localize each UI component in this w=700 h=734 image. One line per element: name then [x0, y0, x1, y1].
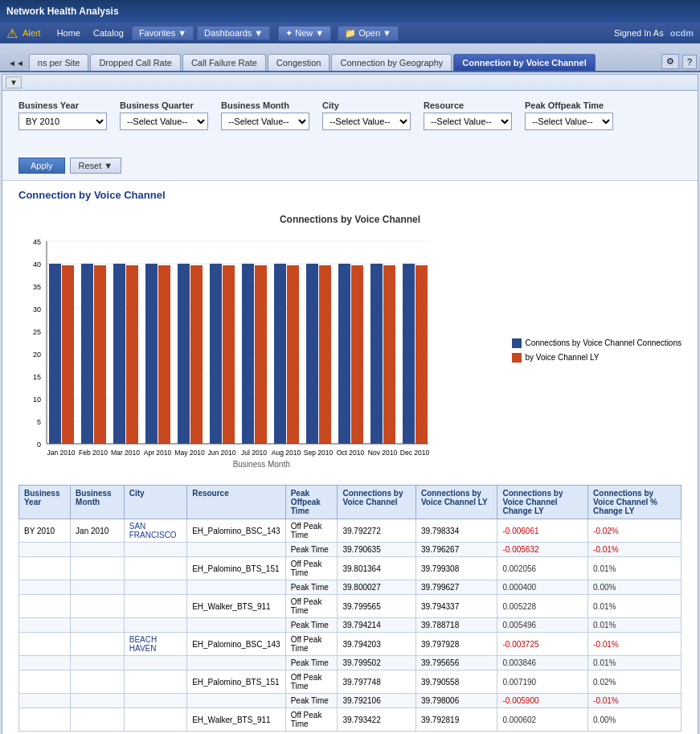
- cell-month: [71, 595, 125, 618]
- th-peak-offpeak: Peak Offpeak Time: [285, 486, 338, 519]
- cell-peak: Off Peak Time: [285, 595, 338, 618]
- nav-catalog[interactable]: Catalog: [88, 27, 129, 39]
- cell-peak: Off Peak Time: [285, 633, 338, 656]
- cell-change: 0.000400: [497, 580, 588, 595]
- table-row: Peak Time 39.799502 39.795656 0.003846 0…: [19, 656, 682, 670]
- tab-settings-icon[interactable]: ⚙: [661, 54, 679, 69]
- cell-resource: [187, 694, 286, 708]
- th-change-ly: Connections by Voice Channel Change LY: [497, 486, 588, 519]
- open-label: Open: [358, 28, 380, 38]
- section-title: Connection by Voice Channel: [2, 181, 698, 206]
- cell-city: [124, 618, 186, 633]
- cell-resource: EH_Palomino_BSC_143: [187, 519, 286, 543]
- cell-resource: EH_Palomino_BTS_151: [187, 670, 286, 694]
- cell-city: [124, 656, 186, 670]
- svg-text:20: 20: [33, 351, 41, 359]
- svg-text:Nov 2010: Nov 2010: [368, 449, 398, 457]
- svg-rect-34: [274, 264, 286, 444]
- business-quarter-label: Business Quarter: [120, 100, 208, 110]
- svg-rect-43: [415, 265, 428, 444]
- business-year-label: Business Year: [18, 100, 107, 110]
- tab-connection-by-voice-channel[interactable]: Connection by Voice Channel: [453, 54, 595, 71]
- data-table: Business Year Business Month City Resour…: [18, 485, 682, 732]
- cell-conn: 39.792272: [338, 519, 415, 543]
- cell-year: [19, 656, 71, 670]
- nav-home[interactable]: Home: [52, 27, 85, 39]
- city-link[interactable]: SAN FRANCISCO: [129, 522, 177, 539]
- cell-pct-change: -0.02%: [588, 519, 682, 543]
- city-select[interactable]: --Select Value--: [322, 113, 411, 130]
- tab-scroll-left[interactable]: ◄◄: [3, 55, 29, 71]
- chart-title: Connections by Voice Channel: [18, 214, 682, 225]
- x-axis: Jan 2010 Feb 2010 Mar 2010 Apr 2010 May …: [47, 449, 430, 457]
- cell-month: [71, 580, 125, 595]
- svg-text:Feb 2010: Feb 2010: [79, 449, 108, 457]
- city-link[interactable]: BEACH HAVEN: [129, 635, 157, 653]
- chart-svg: 0 5 10 15 20 25 30 35 40 45: [18, 232, 504, 469]
- svg-rect-24: [113, 264, 125, 444]
- svg-text:Aug 2010: Aug 2010: [272, 449, 301, 457]
- tab-connection-by-geography[interactable]: Connection by Geography: [331, 54, 452, 71]
- svg-rect-23: [94, 265, 106, 444]
- reset-label: Reset: [79, 161, 102, 170]
- table-row: BY 2010 Jan 2010 SAN FRANCISCO EH_Palomi…: [19, 519, 682, 543]
- nav-dashboards[interactable]: Dashboards ▼: [197, 26, 270, 40]
- cell-pct-change: 0.01%: [588, 656, 682, 670]
- apply-button[interactable]: Apply: [18, 158, 65, 174]
- svg-rect-39: [351, 265, 363, 444]
- cell-month: Jan 2010: [71, 519, 125, 543]
- cell-resource: [187, 656, 286, 670]
- svg-rect-30: [210, 264, 222, 444]
- tab-ns-per-site[interactable]: ns per Site: [29, 54, 89, 71]
- reset-chevron: ▼: [104, 161, 113, 170]
- cell-city: [124, 708, 186, 732]
- cell-city[interactable]: SAN FRANCISCO: [124, 519, 186, 543]
- cell-conn: 39.797748: [338, 670, 415, 694]
- cell-resource: EH_Palomino_BTS_151: [187, 557, 286, 580]
- business-month-select[interactable]: --Select Value--: [221, 113, 309, 130]
- cell-conn-ly: 39.797928: [415, 633, 497, 656]
- svg-rect-20: [49, 264, 61, 444]
- tab-dropped-call-rate[interactable]: Dropped Call Rate: [90, 54, 181, 71]
- nav-favorites[interactable]: Favorites ▼: [132, 26, 194, 40]
- svg-rect-37: [319, 265, 331, 444]
- business-year-select[interactable]: BY 2010 BY 2009 BY 2008: [18, 113, 107, 130]
- cell-year: [19, 595, 71, 618]
- new-label: New: [295, 28, 313, 38]
- svg-text:25: 25: [33, 328, 41, 336]
- svg-text:15: 15: [33, 373, 41, 381]
- cell-pct-change: 0.01%: [588, 557, 682, 580]
- cell-year: [19, 670, 71, 694]
- cell-pct-change: -0.01%: [588, 543, 682, 557]
- svg-rect-21: [62, 265, 74, 444]
- svg-text:0: 0: [37, 441, 41, 449]
- cell-conn: 39.799502: [338, 656, 415, 670]
- resource-select[interactable]: --Select Value--: [424, 113, 512, 130]
- cell-conn-ly: 39.799627: [415, 580, 497, 595]
- peak-offpeak-select[interactable]: --Select Value--: [525, 113, 613, 130]
- alert-icon: ⚠: [6, 26, 18, 41]
- nav-open[interactable]: 📁 Open ▼: [338, 26, 399, 41]
- business-quarter-select[interactable]: --Select Value-- Q1Q2Q3Q4: [120, 113, 208, 130]
- filter-city: City --Select Value--: [322, 100, 411, 130]
- cell-change: -0.006061: [497, 519, 588, 543]
- nav-new[interactable]: ✦ New ▼: [278, 26, 331, 41]
- svg-text:40: 40: [33, 260, 41, 269]
- alert-label[interactable]: Alert: [23, 28, 41, 38]
- reset-button[interactable]: Reset ▼: [70, 158, 122, 174]
- svg-text:May 2010: May 2010: [174, 449, 205, 457]
- tab-congestion[interactable]: Congestion: [268, 54, 330, 71]
- cell-city[interactable]: BEACH HAVEN: [124, 633, 186, 656]
- tab-call-failure-rate[interactable]: Call Failure Rate: [182, 54, 266, 71]
- svg-rect-28: [178, 264, 190, 444]
- cell-change: -0.005632: [497, 543, 588, 557]
- tab-help-icon[interactable]: ?: [682, 55, 697, 69]
- new-icon: ✦: [285, 28, 293, 39]
- cell-resource: EH_Walker_BTS_911: [187, 595, 286, 618]
- svg-rect-26: [145, 264, 158, 444]
- svg-text:Dec 2010: Dec 2010: [400, 449, 430, 457]
- svg-rect-32: [242, 264, 254, 444]
- cell-peak: Peak Time: [285, 618, 338, 633]
- cell-conn: 39.801364: [338, 557, 415, 580]
- expand-button[interactable]: ▼: [6, 76, 22, 88]
